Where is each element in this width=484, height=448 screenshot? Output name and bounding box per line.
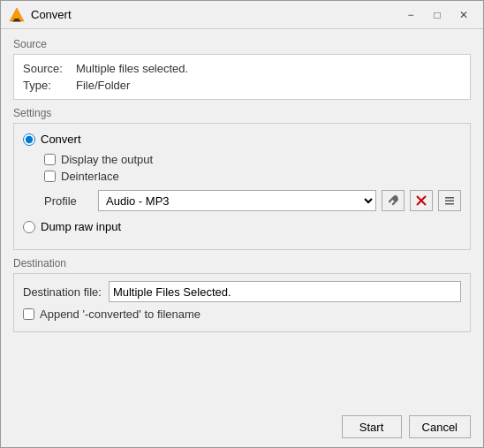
profile-label: Profile (44, 194, 93, 208)
dest-file-label: Destination file: (23, 285, 102, 299)
vlc-icon (8, 6, 26, 24)
wrench-icon (387, 194, 399, 207)
cancel-button[interactable]: Cancel (409, 415, 471, 438)
svg-rect-6 (445, 197, 454, 199)
titlebar-controls: − □ ✕ (398, 5, 476, 25)
convert-radio-row: Convert (23, 133, 461, 146)
list-icon (443, 194, 456, 207)
source-section-header: Source (13, 38, 471, 50)
append-row: Append '-converted' to filename (23, 308, 461, 321)
source-section: Source: Multiple files selected. Type: F… (13, 54, 471, 100)
svg-rect-8 (445, 203, 454, 205)
start-button[interactable]: Start (342, 415, 402, 438)
svg-point-3 (389, 201, 390, 203)
footer: Start Cancel (1, 410, 483, 447)
svg-rect-1 (14, 19, 19, 20)
minimize-button[interactable]: − (398, 5, 423, 25)
deinterlace-label[interactable]: Deinterlace (61, 170, 119, 183)
svg-rect-2 (13, 20, 21, 22)
convert-radio-label[interactable]: Convert (41, 133, 81, 146)
convert-radio[interactable] (23, 133, 35, 146)
settings-section-header: Settings (13, 107, 471, 119)
profile-edit-button[interactable] (382, 190, 405, 211)
deinterlace-row: Deinterlace (44, 170, 461, 183)
append-label[interactable]: Append '-converted' to filename (40, 308, 200, 321)
svg-rect-7 (445, 201, 454, 202)
display-output-label[interactable]: Display the output (61, 153, 153, 166)
source-row: Source: Multiple files selected. (23, 62, 461, 75)
dump-raw-label[interactable]: Dump raw input (41, 220, 121, 233)
settings-section: Convert Display the output Deinterlace P… (13, 123, 471, 250)
type-value: File/Folder (76, 79, 130, 92)
destination-section: Destination file: Append '-converted' to… (13, 273, 471, 332)
titlebar: Convert − □ ✕ (1, 1, 483, 29)
main-content: Source Source: Multiple files selected. … (1, 29, 483, 410)
convert-window: Convert − □ ✕ Source Source: Multiple fi… (0, 0, 484, 448)
display-output-checkbox[interactable] (44, 154, 56, 165)
type-row: Type: File/Folder (23, 79, 461, 92)
dump-raw-radio[interactable] (23, 221, 35, 233)
source-label: Source: (23, 62, 76, 75)
destination-section-header: Destination (13, 257, 471, 270)
dest-file-row: Destination file: (23, 281, 461, 302)
source-value: Multiple files selected. (76, 62, 188, 75)
titlebar-title: Convert (31, 8, 398, 21)
dest-file-input[interactable] (109, 281, 461, 302)
close-button[interactable]: ✕ (451, 5, 476, 25)
display-output-row: Display the output (44, 153, 461, 166)
delete-icon (415, 194, 427, 207)
profile-row: Profile Audio - MP3 Video - H.264 + MP3 … (44, 190, 461, 211)
append-checkbox[interactable] (23, 308, 34, 320)
deinterlace-checkbox[interactable] (44, 171, 56, 182)
type-label: Type: (23, 79, 76, 92)
maximize-button[interactable]: □ (425, 5, 450, 25)
profile-delete-button[interactable] (410, 190, 433, 211)
profile-select[interactable]: Audio - MP3 Video - H.264 + MP3 Video - … (98, 190, 376, 211)
dump-raw-radio-row: Dump raw input (23, 220, 461, 233)
profile-list-button[interactable] (438, 190, 461, 211)
